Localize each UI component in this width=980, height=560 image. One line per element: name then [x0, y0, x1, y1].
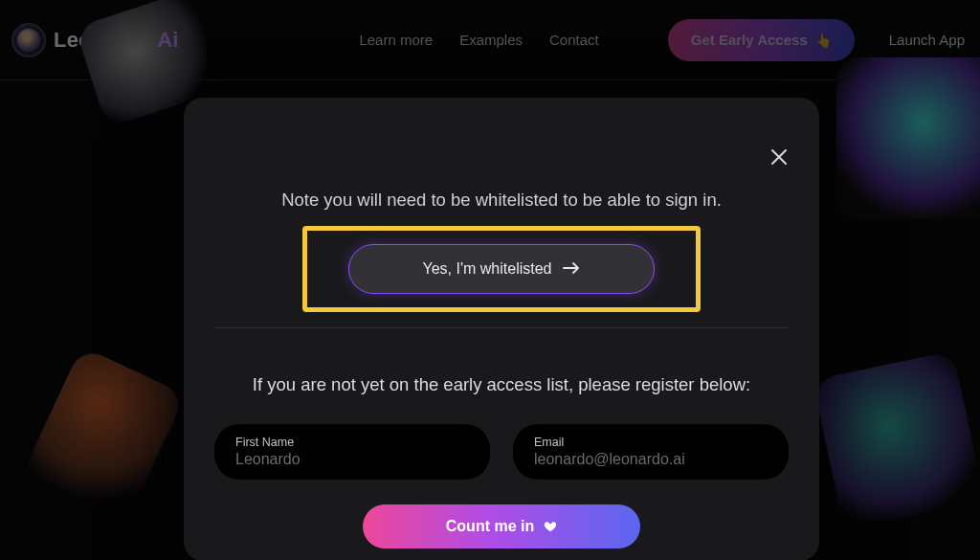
nav-learn-more[interactable]: Learn more [359, 32, 433, 48]
logo-icon [11, 23, 46, 57]
whitelisted-button[interactable]: Yes, I'm whitelisted [348, 244, 655, 294]
launch-app-link[interactable]: Launch App [889, 32, 965, 48]
email-field-wrap[interactable]: Email [513, 424, 789, 480]
close-button[interactable] [766, 144, 792, 170]
first-name-input[interactable] [235, 449, 469, 470]
arrow-right-icon [563, 260, 580, 278]
divider [214, 327, 789, 328]
primary-nav: Learn more Examples Contact [359, 32, 598, 48]
get-early-access-label: Get Early Access [691, 32, 808, 48]
whitelist-notice: Note you will need to be whitelisted to … [214, 190, 789, 211]
whitelisted-highlight: Yes, I'm whitelisted [302, 226, 701, 312]
hero-asset-3 [21, 347, 186, 526]
early-access-modal: Note you will need to be whitelisted to … [184, 98, 819, 560]
whitelisted-button-label: Yes, I'm whitelisted [423, 260, 552, 278]
register-message: If you are not yet on the early access l… [214, 374, 789, 395]
first-name-field-wrap[interactable]: First Name [214, 424, 490, 480]
heart-icon [544, 520, 557, 533]
logo-text: Leonardo.Ai [54, 28, 179, 53]
hero-asset-4 [813, 350, 980, 530]
first-name-label: First Name [235, 436, 469, 449]
nav-contact[interactable]: Contact [549, 32, 599, 48]
email-label: Email [534, 436, 768, 449]
count-me-in-button[interactable]: Count me in [363, 504, 640, 549]
pointer-icon: 👆 [815, 33, 832, 48]
hero-asset-2 [836, 57, 980, 220]
register-form: First Name Email [214, 424, 789, 480]
nav-examples[interactable]: Examples [459, 32, 523, 48]
logo[interactable]: Leonardo.Ai [11, 23, 179, 57]
email-input[interactable] [534, 449, 768, 470]
site-header: Leonardo.Ai Learn more Examples Contact … [0, 0, 980, 80]
get-early-access-button[interactable]: Get Early Access 👆 [668, 19, 855, 61]
close-icon [769, 147, 789, 167]
count-me-in-label: Count me in [446, 518, 534, 535]
